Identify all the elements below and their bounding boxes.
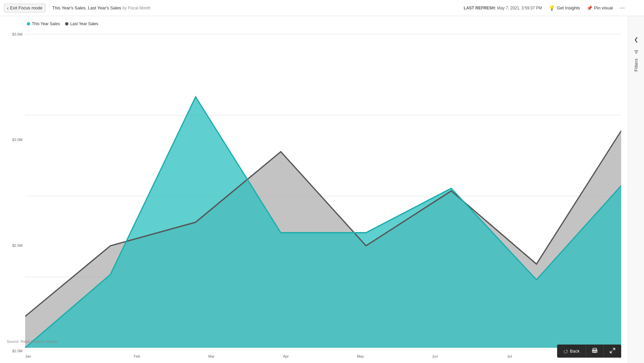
y-label-2-5m: $2.5M (7, 243, 25, 247)
last-year-dot (65, 22, 68, 26)
x-axis: Jan Feb Mar Apr May Jun Jul Aug (25, 353, 621, 363)
lightbulb-icon: 💡 (549, 5, 555, 11)
chart-legend: This Year Sales Last Year Sales (7, 21, 621, 26)
svg-wrapper (25, 29, 621, 353)
header-left: ‹ Exit Focus mode This Year's Sales, Las… (4, 4, 151, 12)
chart-svg (25, 29, 621, 353)
expand-button[interactable] (604, 345, 621, 358)
bottom-action-bar: ⭯ Back (557, 345, 621, 358)
filter-icon (634, 49, 639, 56)
svg-line-12 (610, 351, 612, 353)
pin-visual-button[interactable]: 📌 Pin visual (587, 5, 613, 11)
back-circle-icon: ⭯ (563, 349, 568, 354)
source-text-area: Source: Retail Analysis Sample (7, 338, 58, 344)
filters-chevron-button[interactable]: ❮ (634, 36, 638, 43)
back-button[interactable]: ⭯ Back (557, 345, 586, 357)
legend-this-year: This Year Sales (27, 21, 60, 26)
pin-icon: 📌 (587, 5, 592, 11)
chart-title-text: This Year's Sales, Last Year's Sales (52, 5, 121, 10)
this-year-label: This Year Sales (32, 21, 60, 26)
exit-focus-label: Exit Focus mode (10, 5, 43, 10)
this-year-dot (27, 22, 30, 26)
legend-last-year: Last Year Sales (65, 21, 98, 26)
chart-plot-area: Jan Feb Mar Apr May Jun Jul Aug (25, 29, 621, 363)
x-label-may: May (323, 354, 398, 360)
filters-sidebar: ❮ Filters (628, 16, 644, 363)
back-arrow-icon: ‹ (7, 5, 9, 11)
y-label-2-0m: $2.0M (7, 349, 25, 353)
back-label: Back (570, 349, 580, 354)
x-label-apr: Apr (249, 354, 323, 360)
print-icon (592, 348, 597, 354)
ellipsis-icon: ⋯ (620, 5, 625, 11)
y-label-3-5m: $3.5M (7, 32, 25, 36)
chart-area-wrapper: $3.5M $3.0M $2.5M $2.0M (7, 29, 621, 363)
source-text: Source: Retail Analysis Sample (7, 339, 58, 344)
expand-icon (610, 348, 615, 354)
filters-label: Filters (634, 58, 639, 72)
header-right: LAST REFRESH: May 7, 2021, 3:59:37 PM 💡 … (464, 5, 625, 11)
svg-rect-8 (593, 348, 596, 351)
svg-line-11 (613, 348, 615, 350)
last-refresh-text: LAST REFRESH: May 7, 2021, 3:59:37 PM (464, 6, 542, 10)
y-label-3-0m: $3.0M (7, 138, 25, 142)
header-bar: ‹ Exit Focus mode This Year's Sales, Las… (0, 0, 644, 16)
x-label-jan: Jan (25, 354, 100, 360)
more-options-button[interactable]: ⋯ (620, 5, 625, 11)
chart-subtitle: by Fiscal Month (122, 6, 151, 10)
x-label-feb: Feb (100, 354, 174, 360)
print-button[interactable] (586, 345, 604, 358)
last-year-label: Last Year Sales (70, 21, 98, 26)
filters-toggle[interactable]: Filters (634, 49, 639, 72)
svg-rect-10 (593, 351, 596, 353)
x-label-mar: Mar (174, 354, 249, 360)
exit-focus-button[interactable]: ‹ Exit Focus mode (4, 4, 46, 12)
y-axis: $3.5M $3.0M $2.5M $2.0M (7, 29, 25, 363)
x-label-jul: Jul (472, 354, 547, 360)
get-insights-button[interactable]: 💡 Get Insights (549, 5, 580, 11)
chart-container: This Year Sales Last Year Sales $3.5M $3… (0, 16, 628, 363)
chart-title: This Year's Sales, Last Year's Sales by … (52, 5, 151, 10)
x-label-jun: Jun (398, 354, 472, 360)
